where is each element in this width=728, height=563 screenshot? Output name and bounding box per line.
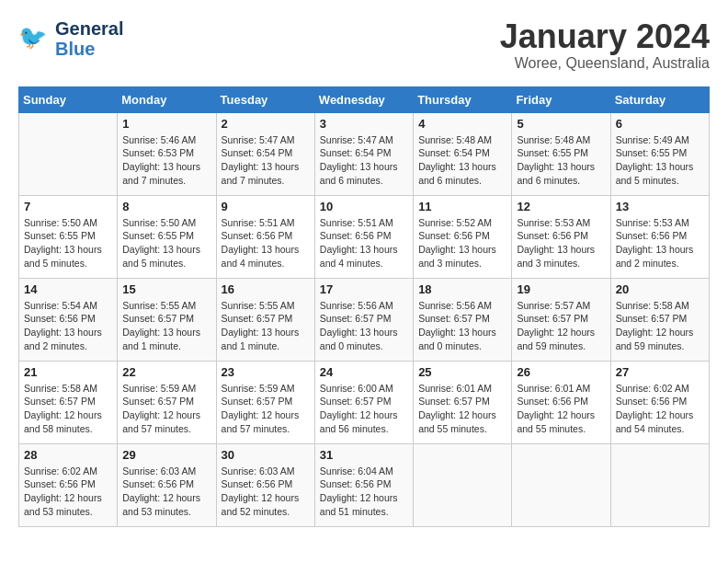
day-info: Sunrise: 5:47 AMSunset: 6:54 PMDaylight:… <box>320 133 408 188</box>
day-number: 21 <box>24 365 112 379</box>
logo: 🐦 General Blue <box>18 18 123 59</box>
week-row-2: 7Sunrise: 5:50 AMSunset: 6:55 PMDaylight… <box>19 195 710 278</box>
day-info: Sunrise: 6:01 AMSunset: 6:56 PMDaylight:… <box>517 382 605 436</box>
calendar-cell: 24Sunrise: 6:00 AMSunset: 6:57 PMDayligh… <box>314 361 413 443</box>
weekday-header-sunday: Sunday <box>19 86 118 112</box>
location: Woree, Queensland, Australia <box>500 55 710 72</box>
day-info: Sunrise: 6:04 AMSunset: 6:56 PMDaylight:… <box>320 465 408 519</box>
day-number: 24 <box>320 365 408 379</box>
calendar-cell: 4Sunrise: 5:48 AMSunset: 6:54 PMDaylight… <box>414 112 512 195</box>
day-number: 7 <box>24 200 112 213</box>
day-number: 1 <box>122 117 210 131</box>
calendar-cell: 1Sunrise: 5:46 AMSunset: 6:53 PMDaylight… <box>118 112 216 195</box>
day-info: Sunrise: 5:59 AMSunset: 6:57 PMDaylight:… <box>222 382 310 436</box>
calendar-cell: 12Sunrise: 5:53 AMSunset: 6:56 PMDayligh… <box>512 195 610 278</box>
logo-blue: Blue <box>55 39 95 59</box>
day-number: 30 <box>222 448 310 462</box>
title-block: January 2024 Woree, Queensland, Australi… <box>500 18 710 72</box>
page-header: 🐦 General Blue January 2024 Woree, Queen… <box>18 18 710 72</box>
day-info: Sunrise: 6:03 AMSunset: 6:56 PMDaylight:… <box>122 465 210 519</box>
day-number: 16 <box>222 282 310 296</box>
day-number: 13 <box>616 200 704 213</box>
weekday-header-monday: Monday <box>118 86 216 112</box>
day-info: Sunrise: 5:58 AMSunset: 6:57 PMDaylight:… <box>616 299 704 353</box>
day-info: Sunrise: 5:59 AMSunset: 6:57 PMDaylight:… <box>122 382 210 436</box>
calendar-cell: 27Sunrise: 6:02 AMSunset: 6:56 PMDayligh… <box>610 361 709 443</box>
calendar-cell <box>610 443 709 526</box>
day-number: 9 <box>222 200 310 213</box>
day-number: 28 <box>24 448 112 462</box>
day-number: 20 <box>616 282 704 296</box>
day-info: Sunrise: 6:01 AMSunset: 6:57 PMDaylight:… <box>418 382 506 436</box>
day-number: 2 <box>222 117 310 131</box>
day-info: Sunrise: 5:50 AMSunset: 6:55 PMDaylight:… <box>122 216 210 270</box>
day-info: Sunrise: 5:50 AMSunset: 6:55 PMDaylight:… <box>24 216 112 270</box>
calendar-cell <box>512 443 610 526</box>
day-number: 11 <box>418 200 506 213</box>
calendar-cell: 16Sunrise: 5:55 AMSunset: 6:57 PMDayligh… <box>216 278 314 361</box>
day-number: 31 <box>320 448 408 462</box>
calendar-table: SundayMondayTuesdayWednesdayThursdayFrid… <box>18 86 710 527</box>
day-info: Sunrise: 5:53 AMSunset: 6:56 PMDaylight:… <box>517 216 605 270</box>
calendar-cell: 21Sunrise: 5:58 AMSunset: 6:57 PMDayligh… <box>19 361 118 443</box>
calendar-cell: 8Sunrise: 5:50 AMSunset: 6:55 PMDaylight… <box>118 195 216 278</box>
calendar-cell: 26Sunrise: 6:01 AMSunset: 6:56 PMDayligh… <box>512 361 610 443</box>
calendar-cell <box>414 443 512 526</box>
calendar-cell <box>19 112 118 195</box>
day-number: 3 <box>320 117 408 131</box>
calendar-cell: 9Sunrise: 5:51 AMSunset: 6:56 PMDaylight… <box>216 195 314 278</box>
calendar-cell: 22Sunrise: 5:59 AMSunset: 6:57 PMDayligh… <box>118 361 216 443</box>
calendar-cell: 14Sunrise: 5:54 AMSunset: 6:56 PMDayligh… <box>19 278 118 361</box>
day-number: 4 <box>418 117 506 131</box>
calendar-cell: 25Sunrise: 6:01 AMSunset: 6:57 PMDayligh… <box>414 361 512 443</box>
day-info: Sunrise: 5:48 AMSunset: 6:55 PMDaylight:… <box>517 133 605 188</box>
day-info: Sunrise: 5:55 AMSunset: 6:57 PMDaylight:… <box>122 299 210 353</box>
weekday-header-friday: Friday <box>512 86 610 112</box>
day-number: 26 <box>517 365 605 379</box>
month-title: January 2024 <box>500 18 710 55</box>
day-number: 8 <box>122 200 210 213</box>
calendar-cell: 7Sunrise: 5:50 AMSunset: 6:55 PMDaylight… <box>19 195 118 278</box>
calendar-cell: 23Sunrise: 5:59 AMSunset: 6:57 PMDayligh… <box>216 361 314 443</box>
calendar-cell: 5Sunrise: 5:48 AMSunset: 6:55 PMDaylight… <box>512 112 610 195</box>
day-number: 15 <box>122 282 210 296</box>
week-row-3: 14Sunrise: 5:54 AMSunset: 6:56 PMDayligh… <box>19 278 710 361</box>
day-info: Sunrise: 5:53 AMSunset: 6:56 PMDaylight:… <box>616 216 704 270</box>
day-info: Sunrise: 5:48 AMSunset: 6:54 PMDaylight:… <box>418 133 506 188</box>
day-number: 19 <box>517 282 605 296</box>
weekday-header-thursday: Thursday <box>414 86 512 112</box>
day-info: Sunrise: 5:52 AMSunset: 6:56 PMDaylight:… <box>418 216 506 270</box>
weekday-header-wednesday: Wednesday <box>314 86 413 112</box>
weekday-header-saturday: Saturday <box>610 86 709 112</box>
calendar-cell: 17Sunrise: 5:56 AMSunset: 6:57 PMDayligh… <box>314 278 413 361</box>
weekday-header-row: SundayMondayTuesdayWednesdayThursdayFrid… <box>19 86 710 112</box>
day-info: Sunrise: 6:02 AMSunset: 6:56 PMDaylight:… <box>616 382 704 436</box>
week-row-1: 1Sunrise: 5:46 AMSunset: 6:53 PMDaylight… <box>19 112 710 195</box>
day-number: 14 <box>24 282 112 296</box>
calendar-cell: 10Sunrise: 5:51 AMSunset: 6:56 PMDayligh… <box>314 195 413 278</box>
day-info: Sunrise: 5:47 AMSunset: 6:54 PMDaylight:… <box>222 133 310 188</box>
svg-text:🐦: 🐦 <box>18 23 48 52</box>
calendar-cell: 15Sunrise: 5:55 AMSunset: 6:57 PMDayligh… <box>118 278 216 361</box>
day-info: Sunrise: 5:46 AMSunset: 6:53 PMDaylight:… <box>122 133 210 188</box>
day-info: Sunrise: 5:49 AMSunset: 6:55 PMDaylight:… <box>616 133 704 188</box>
week-row-5: 28Sunrise: 6:02 AMSunset: 6:56 PMDayligh… <box>19 443 710 526</box>
day-number: 23 <box>222 365 310 379</box>
day-number: 17 <box>320 282 408 296</box>
day-info: Sunrise: 5:51 AMSunset: 6:56 PMDaylight:… <box>222 216 310 270</box>
day-number: 10 <box>320 200 408 213</box>
day-number: 29 <box>122 448 210 462</box>
day-info: Sunrise: 6:03 AMSunset: 6:56 PMDaylight:… <box>222 465 310 519</box>
calendar-cell: 3Sunrise: 5:47 AMSunset: 6:54 PMDaylight… <box>314 112 413 195</box>
calendar-cell: 6Sunrise: 5:49 AMSunset: 6:55 PMDaylight… <box>610 112 709 195</box>
logo-general: General <box>55 18 123 39</box>
day-info: Sunrise: 5:54 AMSunset: 6:56 PMDaylight:… <box>24 299 112 353</box>
calendar-cell: 28Sunrise: 6:02 AMSunset: 6:56 PMDayligh… <box>19 443 118 526</box>
day-info: Sunrise: 6:00 AMSunset: 6:57 PMDaylight:… <box>320 382 408 436</box>
day-info: Sunrise: 6:02 AMSunset: 6:56 PMDaylight:… <box>24 465 112 519</box>
calendar-cell: 20Sunrise: 5:58 AMSunset: 6:57 PMDayligh… <box>610 278 709 361</box>
logo-text: General Blue <box>55 18 123 59</box>
day-number: 6 <box>616 117 704 131</box>
calendar-cell: 19Sunrise: 5:57 AMSunset: 6:57 PMDayligh… <box>512 278 610 361</box>
calendar-cell: 2Sunrise: 5:47 AMSunset: 6:54 PMDaylight… <box>216 112 314 195</box>
